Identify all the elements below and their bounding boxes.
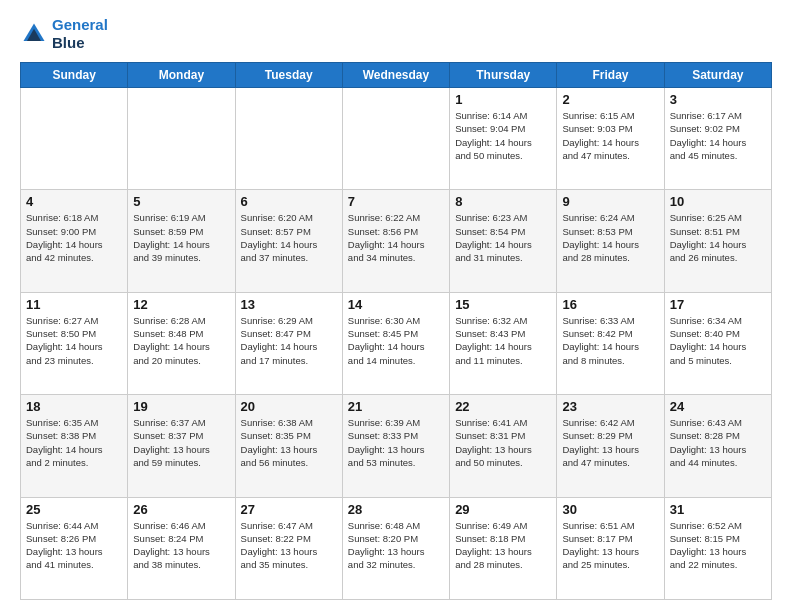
calendar-cell: 8Sunrise: 6:23 AM Sunset: 8:54 PM Daylig…	[450, 190, 557, 292]
day-number: 11	[26, 297, 122, 312]
day-info: Sunrise: 6:33 AM Sunset: 8:42 PM Dayligh…	[562, 314, 658, 367]
day-info: Sunrise: 6:28 AM Sunset: 8:48 PM Dayligh…	[133, 314, 229, 367]
day-info: Sunrise: 6:20 AM Sunset: 8:57 PM Dayligh…	[241, 211, 337, 264]
day-number: 1	[455, 92, 551, 107]
calendar-week-5: 25Sunrise: 6:44 AM Sunset: 8:26 PM Dayli…	[21, 497, 772, 599]
day-number: 9	[562, 194, 658, 209]
calendar-cell: 24Sunrise: 6:43 AM Sunset: 8:28 PM Dayli…	[664, 395, 771, 497]
logo-icon	[20, 20, 48, 48]
calendar-cell: 3Sunrise: 6:17 AM Sunset: 9:02 PM Daylig…	[664, 88, 771, 190]
calendar-cell: 12Sunrise: 6:28 AM Sunset: 8:48 PM Dayli…	[128, 292, 235, 394]
weekday-header-tuesday: Tuesday	[235, 63, 342, 88]
day-info: Sunrise: 6:22 AM Sunset: 8:56 PM Dayligh…	[348, 211, 444, 264]
calendar-cell: 28Sunrise: 6:48 AM Sunset: 8:20 PM Dayli…	[342, 497, 449, 599]
calendar-cell: 25Sunrise: 6:44 AM Sunset: 8:26 PM Dayli…	[21, 497, 128, 599]
day-info: Sunrise: 6:47 AM Sunset: 8:22 PM Dayligh…	[241, 519, 337, 572]
day-info: Sunrise: 6:42 AM Sunset: 8:29 PM Dayligh…	[562, 416, 658, 469]
calendar-cell: 29Sunrise: 6:49 AM Sunset: 8:18 PM Dayli…	[450, 497, 557, 599]
day-info: Sunrise: 6:44 AM Sunset: 8:26 PM Dayligh…	[26, 519, 122, 572]
day-info: Sunrise: 6:38 AM Sunset: 8:35 PM Dayligh…	[241, 416, 337, 469]
day-info: Sunrise: 6:19 AM Sunset: 8:59 PM Dayligh…	[133, 211, 229, 264]
calendar-cell: 31Sunrise: 6:52 AM Sunset: 8:15 PM Dayli…	[664, 497, 771, 599]
day-number: 13	[241, 297, 337, 312]
calendar-cell: 14Sunrise: 6:30 AM Sunset: 8:45 PM Dayli…	[342, 292, 449, 394]
day-number: 29	[455, 502, 551, 517]
day-info: Sunrise: 6:46 AM Sunset: 8:24 PM Dayligh…	[133, 519, 229, 572]
day-number: 7	[348, 194, 444, 209]
weekday-header-monday: Monday	[128, 63, 235, 88]
day-number: 27	[241, 502, 337, 517]
day-info: Sunrise: 6:51 AM Sunset: 8:17 PM Dayligh…	[562, 519, 658, 572]
day-info: Sunrise: 6:35 AM Sunset: 8:38 PM Dayligh…	[26, 416, 122, 469]
day-number: 12	[133, 297, 229, 312]
header: General Blue	[20, 16, 772, 52]
calendar-week-1: 1Sunrise: 6:14 AM Sunset: 9:04 PM Daylig…	[21, 88, 772, 190]
day-number: 19	[133, 399, 229, 414]
calendar-cell	[342, 88, 449, 190]
calendar-cell: 13Sunrise: 6:29 AM Sunset: 8:47 PM Dayli…	[235, 292, 342, 394]
calendar-week-4: 18Sunrise: 6:35 AM Sunset: 8:38 PM Dayli…	[21, 395, 772, 497]
day-info: Sunrise: 6:15 AM Sunset: 9:03 PM Dayligh…	[562, 109, 658, 162]
day-info: Sunrise: 6:30 AM Sunset: 8:45 PM Dayligh…	[348, 314, 444, 367]
day-number: 4	[26, 194, 122, 209]
day-info: Sunrise: 6:32 AM Sunset: 8:43 PM Dayligh…	[455, 314, 551, 367]
calendar-cell: 30Sunrise: 6:51 AM Sunset: 8:17 PM Dayli…	[557, 497, 664, 599]
day-info: Sunrise: 6:27 AM Sunset: 8:50 PM Dayligh…	[26, 314, 122, 367]
day-number: 17	[670, 297, 766, 312]
day-info: Sunrise: 6:23 AM Sunset: 8:54 PM Dayligh…	[455, 211, 551, 264]
day-number: 20	[241, 399, 337, 414]
day-info: Sunrise: 6:34 AM Sunset: 8:40 PM Dayligh…	[670, 314, 766, 367]
day-number: 10	[670, 194, 766, 209]
day-number: 14	[348, 297, 444, 312]
day-info: Sunrise: 6:48 AM Sunset: 8:20 PM Dayligh…	[348, 519, 444, 572]
calendar-cell: 2Sunrise: 6:15 AM Sunset: 9:03 PM Daylig…	[557, 88, 664, 190]
day-number: 3	[670, 92, 766, 107]
calendar-cell: 10Sunrise: 6:25 AM Sunset: 8:51 PM Dayli…	[664, 190, 771, 292]
day-number: 24	[670, 399, 766, 414]
calendar-cell: 4Sunrise: 6:18 AM Sunset: 9:00 PM Daylig…	[21, 190, 128, 292]
day-info: Sunrise: 6:17 AM Sunset: 9:02 PM Dayligh…	[670, 109, 766, 162]
calendar-cell: 17Sunrise: 6:34 AM Sunset: 8:40 PM Dayli…	[664, 292, 771, 394]
calendar-cell	[235, 88, 342, 190]
calendar-cell: 19Sunrise: 6:37 AM Sunset: 8:37 PM Dayli…	[128, 395, 235, 497]
day-info: Sunrise: 6:24 AM Sunset: 8:53 PM Dayligh…	[562, 211, 658, 264]
day-number: 2	[562, 92, 658, 107]
day-number: 22	[455, 399, 551, 414]
weekday-header-sunday: Sunday	[21, 63, 128, 88]
calendar-week-2: 4Sunrise: 6:18 AM Sunset: 9:00 PM Daylig…	[21, 190, 772, 292]
day-number: 23	[562, 399, 658, 414]
calendar-cell: 9Sunrise: 6:24 AM Sunset: 8:53 PM Daylig…	[557, 190, 664, 292]
day-info: Sunrise: 6:37 AM Sunset: 8:37 PM Dayligh…	[133, 416, 229, 469]
calendar-cell: 6Sunrise: 6:20 AM Sunset: 8:57 PM Daylig…	[235, 190, 342, 292]
day-number: 18	[26, 399, 122, 414]
day-number: 5	[133, 194, 229, 209]
day-number: 28	[348, 502, 444, 517]
calendar-cell: 21Sunrise: 6:39 AM Sunset: 8:33 PM Dayli…	[342, 395, 449, 497]
calendar-cell: 16Sunrise: 6:33 AM Sunset: 8:42 PM Dayli…	[557, 292, 664, 394]
day-info: Sunrise: 6:29 AM Sunset: 8:47 PM Dayligh…	[241, 314, 337, 367]
calendar-cell: 20Sunrise: 6:38 AM Sunset: 8:35 PM Dayli…	[235, 395, 342, 497]
weekday-header-wednesday: Wednesday	[342, 63, 449, 88]
calendar-cell: 7Sunrise: 6:22 AM Sunset: 8:56 PM Daylig…	[342, 190, 449, 292]
day-info: Sunrise: 6:18 AM Sunset: 9:00 PM Dayligh…	[26, 211, 122, 264]
day-number: 6	[241, 194, 337, 209]
calendar-cell: 22Sunrise: 6:41 AM Sunset: 8:31 PM Dayli…	[450, 395, 557, 497]
calendar-cell: 18Sunrise: 6:35 AM Sunset: 8:38 PM Dayli…	[21, 395, 128, 497]
day-number: 21	[348, 399, 444, 414]
weekday-header-thursday: Thursday	[450, 63, 557, 88]
day-number: 31	[670, 502, 766, 517]
day-number: 25	[26, 502, 122, 517]
day-number: 8	[455, 194, 551, 209]
calendar-cell: 23Sunrise: 6:42 AM Sunset: 8:29 PM Dayli…	[557, 395, 664, 497]
calendar-cell: 5Sunrise: 6:19 AM Sunset: 8:59 PM Daylig…	[128, 190, 235, 292]
weekday-header-friday: Friday	[557, 63, 664, 88]
calendar-cell	[21, 88, 128, 190]
calendar-header-row: SundayMondayTuesdayWednesdayThursdayFrid…	[21, 63, 772, 88]
day-info: Sunrise: 6:39 AM Sunset: 8:33 PM Dayligh…	[348, 416, 444, 469]
calendar-cell: 15Sunrise: 6:32 AM Sunset: 8:43 PM Dayli…	[450, 292, 557, 394]
calendar-cell: 27Sunrise: 6:47 AM Sunset: 8:22 PM Dayli…	[235, 497, 342, 599]
day-info: Sunrise: 6:14 AM Sunset: 9:04 PM Dayligh…	[455, 109, 551, 162]
calendar-table: SundayMondayTuesdayWednesdayThursdayFrid…	[20, 62, 772, 600]
page: General Blue SundayMondayTuesdayWednesda…	[0, 0, 792, 612]
day-info: Sunrise: 6:43 AM Sunset: 8:28 PM Dayligh…	[670, 416, 766, 469]
